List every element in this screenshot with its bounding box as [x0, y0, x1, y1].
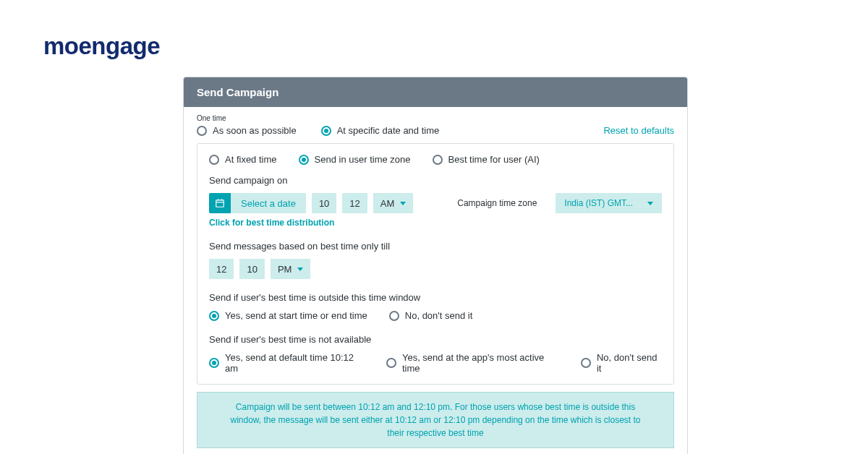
timezone-label: Campaign time zone: [457, 198, 537, 208]
radio-icon: [433, 155, 443, 165]
schedule-settings-box: At fixed time Send in user time zone Bes…: [197, 143, 674, 385]
outside-window-question: Send if user's best time is outside this…: [209, 292, 662, 303]
send-campaign-card: Send Campaign One time As soon as possib…: [183, 77, 688, 454]
radio-best-time-ai[interactable]: Best time for user (AI): [433, 154, 540, 165]
ampm-value: PM: [278, 264, 292, 275]
radio-na-dont-send[interactable]: No, don't send it: [581, 352, 662, 374]
radio-icon: [209, 311, 219, 321]
reset-to-defaults-link[interactable]: Reset to defaults: [603, 125, 674, 136]
start-ampm-select[interactable]: AM: [373, 193, 414, 213]
radio-na-active-time[interactable]: Yes, send at the app's most active time: [386, 352, 559, 374]
radio-label: At fixed time: [225, 154, 277, 165]
outside-window-options: Yes, send at start time or end time No, …: [209, 310, 662, 321]
radio-label: Best time for user (AI): [448, 154, 540, 165]
radio-icon: [321, 126, 331, 136]
chevron-down-icon: [400, 202, 406, 205]
radio-asap[interactable]: As soon as possible: [197, 125, 297, 136]
calendar-icon: [209, 193, 231, 213]
radio-label: Send in user time zone: [315, 154, 411, 165]
date-picker-text: Select a date: [231, 193, 306, 213]
card-header: Send Campaign: [184, 77, 687, 107]
svg-rect-0: [216, 200, 224, 207]
radio-user-tz[interactable]: Send in user time zone: [299, 154, 411, 165]
chevron-down-icon: [297, 267, 303, 271]
ampm-value: AM: [380, 198, 395, 209]
end-hour-input[interactable]: 12: [209, 259, 234, 279]
section-label: One time: [197, 114, 674, 122]
date-picker[interactable]: Select a date: [209, 193, 306, 213]
radio-label: As soon as possible: [213, 125, 297, 136]
timezone-select[interactable]: India (IST) GMT...: [556, 193, 662, 213]
radio-label: Yes, send at default time 10:12 am: [225, 352, 365, 374]
radio-outside-yes[interactable]: Yes, send at start time or end time: [209, 310, 367, 321]
radio-icon: [386, 358, 396, 368]
radio-icon: [209, 155, 219, 165]
radio-label: No, don't send it: [597, 352, 662, 374]
brand-logo: moengage: [43, 33, 160, 60]
start-hour-input[interactable]: 10: [312, 193, 336, 213]
radio-label: Yes, send at the app's most active time: [402, 352, 559, 374]
start-min-input[interactable]: 12: [342, 193, 367, 213]
schedule-row: As soon as possible At specific date and…: [197, 125, 674, 136]
end-min-input[interactable]: 10: [239, 259, 264, 279]
time-mode-row: At fixed time Send in user time zone Bes…: [209, 154, 662, 165]
radio-label: No, don't send it: [405, 310, 473, 321]
radio-icon: [209, 358, 219, 368]
radio-specific-date[interactable]: At specific date and time: [321, 125, 440, 136]
radio-label: Yes, send at start time or end time: [225, 310, 367, 321]
radio-icon: [581, 358, 591, 368]
radio-icon: [197, 126, 207, 136]
radio-icon: [389, 311, 399, 321]
radio-icon: [299, 155, 309, 165]
radio-label: At specific date and time: [337, 125, 440, 136]
radio-outside-no[interactable]: No, don't send it: [389, 310, 473, 321]
till-inputs: 12 10 PM: [209, 259, 662, 279]
info-banner: Campaign will be sent between 10:12 am a…: [197, 392, 674, 448]
not-available-question: Send if user's best time is not availabl…: [209, 334, 662, 345]
tz-value: India (IST) GMT...: [564, 198, 633, 208]
radio-fixed-time[interactable]: At fixed time: [209, 154, 277, 165]
end-ampm-select[interactable]: PM: [271, 259, 311, 279]
card-body: One time As soon as possible At specific…: [184, 107, 687, 454]
till-label: Send messages based on best time only ti…: [209, 241, 662, 252]
radio-na-default[interactable]: Yes, send at default time 10:12 am: [209, 352, 365, 374]
not-available-options: Yes, send at default time 10:12 am Yes, …: [209, 352, 662, 374]
send-on-inputs: Select a date 10 12 AM Campaign time zon…: [209, 193, 662, 213]
best-time-distribution-link[interactable]: Click for best time distribution: [209, 218, 334, 228]
send-on-label: Send campaign on: [209, 175, 662, 186]
chevron-down-icon: [647, 202, 653, 205]
